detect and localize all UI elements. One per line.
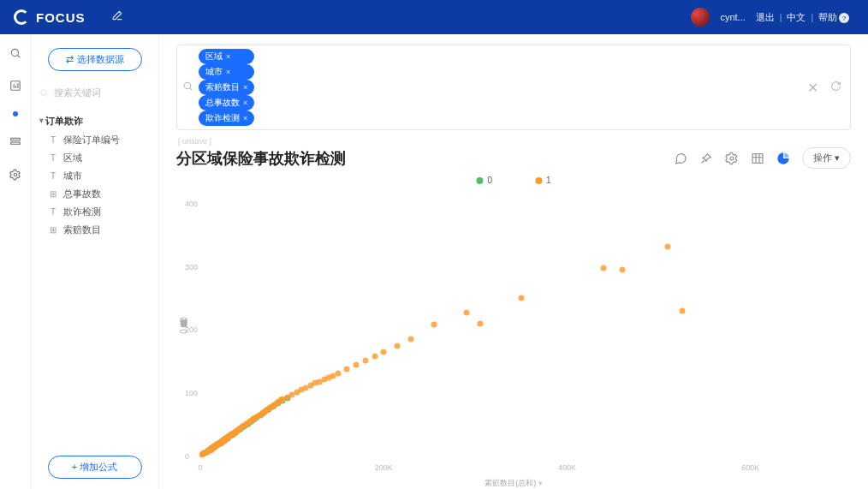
table-icon[interactable] (751, 152, 764, 165)
main-area: 区域×城市×索赔数目×总事故数×欺诈检测× ✕ [ unsave ] 分区域保险… (159, 34, 868, 489)
field-item[interactable]: ⊞总事故数 (38, 185, 152, 203)
pill-remove-icon[interactable]: × (226, 68, 230, 76)
query-pill[interactable]: 城市× (199, 64, 254, 80)
dataset-name[interactable]: 订单欺诈 (38, 111, 152, 131)
pin-icon[interactable] (699, 152, 713, 165)
data-point[interactable] (372, 354, 378, 360)
text-field-icon: T (48, 171, 58, 181)
search-icon[interactable] (9, 46, 22, 60)
data-point[interactable] (601, 265, 607, 271)
y-tick: 300 (185, 263, 198, 271)
side-panel: ⇄ 选择数据源 搜索关键词 订单欺诈 T保险订单编号T区域T城市⊞总事故数T欺诈… (31, 34, 159, 489)
data-point[interactable] (463, 309, 469, 315)
page-title: 分区域保险事故欺诈检测 (176, 148, 346, 169)
pill-remove-icon[interactable]: × (226, 52, 230, 61)
svg-point-0 (11, 49, 18, 56)
y-tick: 100 (185, 389, 198, 397)
svg-rect-2 (10, 138, 20, 140)
data-point[interactable] (335, 370, 341, 376)
x-tick: 600K (741, 463, 759, 472)
num-field-icon: ⊞ (48, 189, 58, 199)
query-pill[interactable]: 欺诈检测× (199, 110, 254, 126)
y-tick: 200 (185, 325, 198, 334)
dashboard-icon[interactable] (9, 79, 22, 92)
pill-remove-icon[interactable]: × (243, 98, 247, 107)
data-point[interactable] (395, 343, 401, 349)
search-icon (182, 80, 193, 95)
text-field-icon: T (48, 207, 58, 217)
legend-item[interactable]: 1 (535, 176, 551, 185)
svg-point-5 (41, 90, 46, 95)
field-item[interactable]: ⊞索赔数目 (38, 221, 152, 239)
svg-rect-8 (752, 153, 763, 163)
field-search-input[interactable]: 搜索关键词 (38, 83, 152, 103)
data-point[interactable] (519, 295, 525, 301)
settings-icon[interactable] (9, 168, 22, 182)
field-item[interactable]: T保险订单编号 (38, 131, 152, 149)
query-bar[interactable]: 区域×城市×索赔数目×总事故数×欺诈检测× ✕ (176, 45, 851, 130)
comment-icon[interactable] (674, 152, 687, 165)
field-item[interactable]: T欺诈检测 (38, 203, 152, 221)
x-tick: 0 (198, 463, 202, 472)
x-tick: 200K (375, 463, 393, 472)
help-link[interactable]: 帮助? (818, 11, 849, 24)
legend: 01 (476, 176, 550, 185)
plot-area[interactable] (200, 191, 842, 456)
legend-item[interactable]: 0 (476, 176, 492, 185)
x-axis-label[interactable]: 索赔数目(总和) (485, 478, 543, 489)
refresh-icon[interactable] (827, 80, 845, 95)
data-point[interactable] (665, 243, 671, 249)
pill-remove-icon[interactable]: × (243, 83, 247, 92)
text-field-icon: T (48, 153, 58, 163)
data-point[interactable] (362, 357, 368, 363)
list-icon[interactable] (9, 135, 22, 149)
x-tick: 400K (558, 463, 576, 472)
data-point[interactable] (354, 361, 360, 367)
svg-point-6 (184, 82, 191, 89)
active-section-dot[interactable] (13, 111, 18, 116)
gear-icon[interactable] (725, 152, 739, 165)
chart: 01 总事故数(总和) 索赔数目(总和) 0200K400K600K010020… (176, 174, 851, 489)
query-pill[interactable]: 总事故数× (199, 95, 254, 110)
data-point[interactable] (431, 322, 437, 328)
operations-button[interactable]: 操作 ▾ (802, 147, 851, 169)
save-state: [ unsave ] (178, 137, 849, 146)
svg-point-7 (730, 157, 734, 160)
top-bar: FOCUS cynt... 退出| 中文| 帮助? (0, 0, 868, 34)
y-tick: 0 (185, 452, 189, 461)
query-pill[interactable]: 索赔数目× (199, 80, 254, 95)
nav-rail (0, 34, 31, 489)
user-name[interactable]: cynt... (720, 12, 745, 22)
data-point[interactable] (381, 349, 387, 355)
data-point[interactable] (619, 267, 625, 273)
query-pill[interactable]: 区域× (199, 49, 254, 64)
data-point[interactable] (679, 308, 685, 314)
chart-type-icon[interactable] (776, 152, 790, 165)
add-formula-button[interactable]: + 增加公式 (48, 456, 142, 479)
field-item[interactable]: T区域 (38, 149, 152, 167)
clear-icon[interactable]: ✕ (804, 80, 822, 96)
y-tick: 400 (185, 200, 198, 208)
num-field-icon: ⊞ (48, 225, 58, 235)
lang-link[interactable]: 中文 (787, 11, 806, 24)
text-field-icon: T (48, 135, 58, 145)
data-point[interactable] (344, 367, 350, 373)
svg-rect-3 (10, 142, 20, 144)
logo[interactable]: FOCUS (14, 9, 86, 25)
field-item[interactable]: T城市 (38, 167, 152, 185)
avatar[interactable] (691, 8, 710, 27)
logout-link[interactable]: 退出 (756, 11, 775, 24)
pill-remove-icon[interactable]: × (243, 114, 247, 122)
edit-icon[interactable] (111, 9, 123, 25)
data-point[interactable] (477, 321, 483, 327)
select-datasource-button[interactable]: ⇄ 选择数据源 (48, 48, 142, 71)
svg-point-4 (14, 173, 17, 176)
data-point[interactable] (408, 337, 414, 343)
